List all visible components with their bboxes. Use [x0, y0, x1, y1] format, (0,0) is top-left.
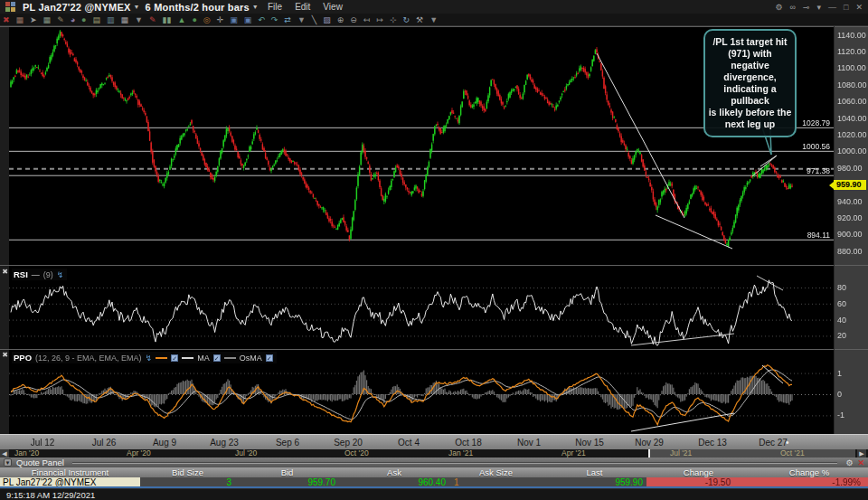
quote-header-change_pct[interactable]: Change %	[750, 467, 868, 477]
maximize-icon[interactable]: □	[844, 3, 848, 12]
expand-vertical-icon[interactable]: ↦	[376, 15, 383, 24]
swap-arrows-icon[interactable]: ⇄	[284, 15, 291, 24]
mountain-chart-icon[interactable]: ▲	[177, 15, 185, 24]
quote-header-change[interactable]: Change	[646, 467, 750, 477]
ppo-params: (12, 26, 9 - EMA, EMA, EMA)	[35, 354, 142, 363]
pin-icon[interactable]: ⊸	[803, 3, 810, 12]
paint-tool-icon[interactable]: ✎	[57, 15, 64, 24]
chevron-down-icon: ▼	[133, 4, 139, 10]
symbol-label: PL Jan27'22 @NYMEX	[23, 2, 130, 13]
scrollbar-range-label: Jan '20	[14, 449, 39, 458]
close-rsi-pane-icon[interactable]: ✖	[1, 268, 9, 276]
scrollbar-range-label: Jan '21	[448, 449, 473, 458]
quote-panel-title: Quote Panel	[16, 458, 64, 467]
rsi-pane-header[interactable]: RSI — (9) ↯	[12, 269, 67, 280]
symbol-selector[interactable]: PL Jan27'22 @NYMEX ▼	[23, 2, 140, 13]
last-price-badge: 959.90	[834, 180, 866, 190]
quote-panel-collapse-icon[interactable]: ▼	[4, 458, 12, 467]
hatch-tool-icon[interactable]: ▨	[323, 15, 331, 24]
scrollbar-range-label: Jul '21	[670, 449, 692, 458]
trendline-tool-icon[interactable]: ╲	[312, 15, 316, 24]
window-controls: ⚙∞⊸▾—□✕	[775, 3, 863, 12]
indicator-settings-icon[interactable]: ↯	[146, 354, 153, 363]
crosshair-icon[interactable]: ✛	[217, 15, 224, 24]
quote-header-bid_size[interactable]: Bid Size	[140, 467, 235, 477]
more-dropdown-icon[interactable]: ▼	[429, 15, 438, 24]
date-tick-label: Dec 27	[759, 438, 788, 448]
rsi-tick-label: 40	[837, 316, 846, 325]
scrollbar-range-label: Apr '21	[561, 449, 586, 458]
scrollbar-range-label: Oct '20	[344, 449, 369, 458]
indicator-settings-icon[interactable]: ↯	[57, 270, 64, 279]
close-ppo-pane-icon[interactable]: ✖	[1, 351, 9, 359]
target-icon[interactable]: ◎	[203, 15, 211, 24]
interval-selector[interactable]: 6 Months/2 hour bars ▼	[146, 2, 259, 13]
date-tick-label: Dec 13	[698, 438, 727, 448]
scroll-left-icon[interactable]: ◀	[0, 449, 9, 458]
quote-header-financial_instrument[interactable]: Financial Instrument	[0, 467, 140, 477]
layouts-icon[interactable]: ▥	[107, 15, 115, 24]
chart-area: ✖ ✖ RSI — (9) ↯ PPO (12, 26, 9 - EMA, EM…	[0, 26, 868, 434]
quote-header-bid[interactable]: Bid	[235, 467, 339, 477]
pie-icon[interactable]: ◕	[71, 15, 75, 24]
ppo-title: PPO	[14, 353, 32, 363]
close-chart-icon[interactable]: ✖	[3, 15, 10, 24]
close-icon[interactable]: ✕	[855, 3, 863, 12]
globe-icon[interactable]: ●	[81, 15, 86, 24]
undo-icon[interactable]: ↶	[258, 15, 265, 24]
menu-file[interactable]: File	[264, 2, 286, 12]
app-logo-icon	[5, 2, 15, 12]
date-tick-label: Nov 1	[517, 438, 541, 448]
refresh-icon[interactable]: ↻	[403, 15, 410, 24]
ppo-pane-header[interactable]: PPO (12, 26, 9 - EMA, EMA, EMA) ↯ ✓ MA ✓…	[12, 352, 277, 363]
draw-pencil-icon[interactable]: ✎	[149, 15, 156, 24]
wrench-icon[interactable]: ⚒	[416, 15, 423, 24]
settings-gear-icon[interactable]: ⚙	[775, 3, 782, 12]
link-windows-icon[interactable]: ∞	[790, 3, 796, 12]
quote-table-row[interactable]: PL Jan27'22 @NYMEX3959.70960.401959.90-1…	[0, 477, 868, 488]
symbol-grid-icon[interactable]: ▦	[16, 15, 24, 24]
center-icon[interactable]: ⊹	[390, 15, 397, 24]
price-level-label: 894.11	[776, 231, 830, 240]
quote-panel-titlebar: ▼ Quote Panel ⚙ ✕	[0, 458, 868, 467]
quote-panel-close-icon[interactable]: ✕	[857, 458, 864, 467]
quote-header-ask_size[interactable]: Ask Size	[449, 467, 542, 477]
minimize-icon[interactable]: —	[828, 3, 836, 12]
notes-icon[interactable]: ▤	[93, 15, 101, 24]
expand-horizontal-icon[interactable]: ↤	[363, 15, 371, 24]
volume-bars-icon[interactable]: ▮▮	[163, 15, 172, 24]
scroll-right-icon[interactable]: ▶	[857, 449, 866, 458]
pointer-arrow-icon[interactable]: ➤	[30, 15, 37, 24]
panel-blue2-icon[interactable]: ▣	[244, 15, 252, 24]
quote-header-last[interactable]: Last	[542, 467, 646, 477]
watchlist-grid-icon[interactable]: ▦	[43, 15, 52, 24]
ppo-line-sample	[156, 357, 167, 359]
ppo-line-checkbox[interactable]: ✓	[171, 354, 178, 362]
menu-view[interactable]: View	[319, 2, 346, 12]
quote-settings-gear-icon[interactable]: ⚙	[845, 458, 853, 467]
date-tick-label: Nov 15	[575, 438, 604, 448]
panel-blue-icon[interactable]: ▣	[230, 15, 238, 24]
osma-line-sample	[224, 357, 236, 359]
zoom-in-icon[interactable]: ⊕	[337, 15, 344, 24]
ma-checkbox[interactable]: ✓	[213, 354, 221, 362]
clock-datetime: 9:15:18 AM 12/29/2021	[6, 490, 95, 500]
quote-cell-ask_size: 1	[449, 477, 542, 486]
menu-edit[interactable]: Edit	[291, 2, 314, 12]
redo-icon[interactable]: ↷	[271, 15, 278, 24]
quote-table-header: Financial InstrumentBid SizeBidAskAsk Si…	[0, 467, 868, 477]
tools-dropdown-icon[interactable]: ▼	[297, 15, 306, 24]
date-axis[interactable]: • Jul 12Jul 26Aug 9Aug 23Sep 6Sep 20Oct …	[0, 434, 868, 449]
rsi-tick-label: 80	[837, 284, 846, 292]
tiles-icon[interactable]: ▦	[121, 15, 129, 24]
osma-checkbox[interactable]: ✓	[266, 354, 273, 362]
indicator-dot-icon[interactable]: ●	[192, 15, 196, 24]
date-tick-label: Oct 18	[455, 438, 481, 448]
zoom-out-icon[interactable]: ⊖	[350, 15, 357, 24]
rsi-params: (9)	[43, 270, 53, 279]
styles-dropdown-icon[interactable]: ▼	[135, 15, 143, 24]
quote-header-ask[interactable]: Ask	[339, 467, 449, 477]
scrollbar-grip[interactable]	[648, 449, 650, 458]
pin-caret-icon[interactable]: ▾	[816, 3, 821, 12]
chart-scrollbar[interactable]: ◀ ▶ Jan '20Apr '20Jul '20Oct '20Jan '21A…	[0, 449, 868, 458]
